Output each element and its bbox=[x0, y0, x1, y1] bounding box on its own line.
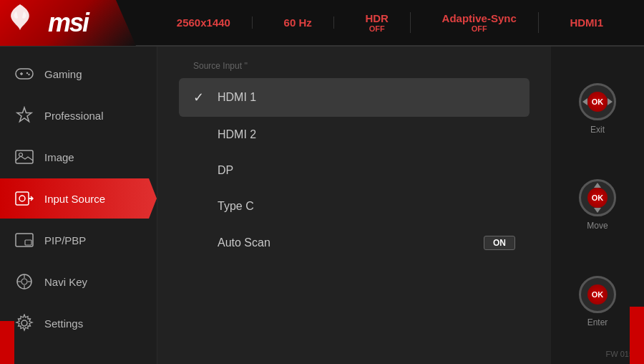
image-icon bbox=[14, 147, 34, 167]
pip-icon bbox=[14, 230, 34, 250]
sidebar-item-professional[interactable]: Professional bbox=[0, 95, 157, 135]
svg-rect-7 bbox=[16, 192, 29, 205]
navi-icon bbox=[14, 272, 34, 292]
logo-area: msi bbox=[0, 0, 136, 46]
gamepad-icon bbox=[14, 64, 34, 84]
menu-item-hdmi1[interactable]: ✓ HDMI 1 bbox=[179, 78, 530, 117]
dragon-icon bbox=[6, 3, 34, 32]
svg-point-8 bbox=[19, 196, 25, 201]
enter-nav-circle: OK bbox=[579, 276, 616, 313]
source-subtitle: Source Input '' bbox=[157, 57, 551, 78]
menu-list: ✓ HDMI 1 HDMI 2 DP Type C Auto Scan ON bbox=[157, 78, 551, 262]
main-layout: Gaming Professional Image bbox=[0, 47, 644, 364]
sidebar-label-pip-pbp: PIP/PBP bbox=[44, 234, 86, 246]
exit-ok-inner: OK bbox=[587, 92, 608, 112]
down-arrow-move bbox=[594, 208, 601, 213]
gear-icon bbox=[14, 313, 34, 333]
header-resolution: 2560x1440 bbox=[155, 16, 253, 29]
sidebar-item-image[interactable]: Image bbox=[0, 137, 157, 177]
move-label: Move bbox=[587, 221, 608, 231]
sidebar-item-gaming[interactable]: Gaming bbox=[0, 54, 157, 94]
exit-label: Exit bbox=[590, 125, 605, 135]
svg-rect-5 bbox=[16, 150, 33, 163]
right-arrow-exit bbox=[608, 98, 613, 105]
exit-nav-circle: OK bbox=[579, 83, 616, 120]
sidebar: Gaming Professional Image bbox=[0, 47, 157, 364]
sidebar-item-settings[interactable]: Settings bbox=[0, 303, 157, 343]
move-button[interactable]: OK Move bbox=[579, 179, 616, 231]
sidebar-label-image: Image bbox=[44, 151, 74, 163]
menu-item-autoscan-label: Auto Scan bbox=[218, 236, 484, 249]
sidebar-label-gaming: Gaming bbox=[44, 68, 82, 80]
header-stats: 2560x1440 60 Hz HDR OFF Adaptive-Sync OF… bbox=[136, 12, 644, 33]
check-icon: ✓ bbox=[193, 90, 208, 105]
svg-rect-11 bbox=[25, 240, 31, 245]
sidebar-item-navi-key[interactable]: Navi Key bbox=[0, 262, 157, 302]
move-nav-circle: OK bbox=[579, 179, 616, 216]
svg-point-18 bbox=[21, 320, 27, 326]
corner-decoration-left bbox=[0, 321, 14, 364]
header-adaptive-sync: Adaptive-Sync OFF bbox=[421, 12, 539, 33]
svg-rect-0 bbox=[16, 69, 33, 79]
sidebar-item-input-source[interactable]: Input Source bbox=[0, 178, 157, 219]
input-icon bbox=[14, 188, 34, 209]
sidebar-label-input-source: Input Source bbox=[44, 193, 105, 205]
menu-item-autoscan[interactable]: Auto Scan ON bbox=[179, 224, 530, 262]
menu-item-dp-label: DP bbox=[218, 164, 515, 177]
menu-item-hdmi2-label: HDMI 2 bbox=[218, 128, 515, 141]
header-hdr: HDR OFF bbox=[343, 12, 411, 33]
enter-ok-inner: OK bbox=[587, 284, 608, 305]
exit-button[interactable]: OK Exit bbox=[579, 83, 616, 135]
enter-button[interactable]: OK Enter bbox=[579, 276, 616, 327]
menu-item-typec[interactable]: Type C bbox=[179, 188, 530, 224]
star-icon bbox=[14, 105, 34, 125]
sidebar-label-professional: Professional bbox=[44, 110, 104, 122]
menu-item-typec-label: Type C bbox=[218, 200, 515, 213]
move-ok-inner: OK bbox=[587, 188, 608, 208]
sidebar-item-pip-pbp[interactable]: PIP/PBP bbox=[0, 220, 157, 260]
menu-item-hdmi1-label: HDMI 1 bbox=[218, 91, 515, 104]
svg-point-4 bbox=[28, 74, 29, 75]
header-refresh: 60 Hz bbox=[263, 16, 334, 29]
content-area: Source Input '' ✓ HDMI 1 HDMI 2 DP Type … bbox=[157, 47, 551, 364]
menu-item-dp[interactable]: DP bbox=[179, 153, 530, 188]
left-arrow-exit bbox=[582, 98, 587, 105]
autoscan-toggle[interactable]: ON bbox=[484, 236, 515, 250]
svg-point-13 bbox=[21, 279, 27, 284]
sidebar-label-navi-key: Navi Key bbox=[44, 276, 87, 288]
logo-text: msi bbox=[48, 8, 88, 38]
up-arrow-move bbox=[594, 183, 601, 188]
svg-point-3 bbox=[26, 72, 28, 74]
sidebar-label-settings: Settings bbox=[44, 317, 83, 330]
menu-item-hdmi2[interactable]: HDMI 2 bbox=[179, 117, 530, 153]
enter-label: Enter bbox=[587, 317, 608, 327]
header: msi 2560x1440 60 Hz HDR OFF Adaptive-Syn… bbox=[0, 0, 644, 47]
header-input: HDMI1 bbox=[548, 16, 625, 29]
corner-decoration-right bbox=[630, 307, 644, 364]
